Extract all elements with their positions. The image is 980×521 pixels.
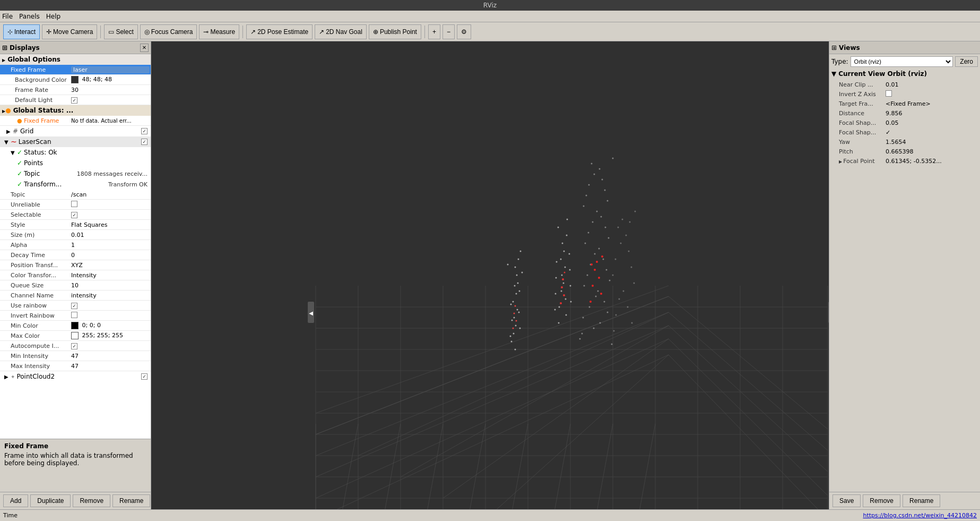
pointcloud2-icon: ✦ [11, 374, 15, 380]
focal-point-row[interactable]: Focal Point 0.61345; -0.5352... [831, 156, 978, 166]
2d-pose-button[interactable]: ↗ 2D Pose Estimate [246, 24, 313, 39]
svg-point-107 [602, 179, 603, 181]
viewport[interactable]: ◀ ▶ [151, 41, 829, 509]
views-zero-button[interactable]: Zero [955, 56, 978, 67]
displays-close-button[interactable]: ✕ [140, 44, 149, 52]
focal-shape2-row[interactable]: Focal Shap... ✓ [831, 127, 978, 137]
displays-tree[interactable]: Global Options Fixed Frame laser Backgro… [0, 54, 151, 439]
topic-row[interactable]: Topic /scan [0, 190, 151, 200]
svg-point-126 [609, 280, 611, 281]
unreliable-checkbox[interactable] [71, 201, 77, 207]
size-row[interactable]: Size (m) 0.01 [0, 230, 151, 240]
decay-time-row[interactable]: Decay Time 0 [0, 250, 151, 260]
default-light-checkbox[interactable]: ✓ [71, 97, 77, 104]
views-type-select[interactable]: Orbit (rviz) [851, 56, 953, 67]
menu-panels[interactable]: Panels [19, 13, 40, 20]
queue-size-row[interactable]: Queue Size 10 [0, 280, 151, 291]
svg-point-65 [510, 304, 512, 305]
target-frame-row[interactable]: Target Fra... <Fixed Frame> [831, 99, 978, 108]
displays-title: ⊞ Displays [2, 44, 40, 52]
2d-nav-button[interactable]: ↗ 2D Nav Goal [315, 24, 367, 39]
transform-item[interactable]: ✓ Transform... Transform OK [0, 179, 151, 190]
invert-rainbow-checkbox[interactable] [71, 312, 77, 318]
near-clip-row[interactable]: Near Clip ... 0.01 [831, 80, 978, 89]
measure-button[interactable]: ⊸ Measure [199, 24, 239, 39]
left-collapse[interactable]: ◀ [308, 302, 314, 323]
selectable-row[interactable]: Selectable ✓ [0, 210, 151, 220]
min-color-row[interactable]: Min Color 0; 0; 0 [0, 321, 151, 331]
autocompute-checkbox[interactable]: ✓ [71, 343, 77, 349]
current-view-header[interactable]: ▼ Current View Orbit (rviz) [831, 70, 978, 78]
invert-z-checkbox[interactable] [886, 90, 892, 97]
laser-scan-checkbox[interactable]: ✓ [141, 139, 148, 145]
invert-z-row[interactable]: Invert Z Axis [831, 89, 978, 99]
move-camera-button[interactable]: ✛ Move Camera [42, 24, 97, 39]
focus-camera-button[interactable]: ◎ Focus Camera [140, 24, 197, 39]
topic-value: /scan [71, 191, 150, 198]
right-collapse[interactable]: ▶ [828, 302, 829, 323]
select-icon: ▭ [108, 28, 114, 36]
duplicate-button[interactable]: Duplicate [30, 494, 71, 507]
status-ok-icon: ✓ [17, 149, 22, 156]
topic-status-item[interactable]: ✓ Topic 1808 messages receiv... [0, 168, 151, 179]
invert-rainbow-value [71, 312, 150, 320]
min-intensity-row[interactable]: Min Intensity 47 [0, 351, 151, 361]
status-url[interactable]: https://blog.csdn.net/weixin_44210842 [863, 512, 977, 519]
fixed-frame-label: Fixed Frame [2, 66, 71, 73]
position-transf-row[interactable]: Position Transf... XYZ [0, 260, 151, 270]
save-view-button[interactable]: Save [832, 494, 861, 507]
info-title: Fixed Frame [4, 442, 146, 450]
pitch-row[interactable]: Pitch 0.665398 [831, 147, 978, 156]
min-intensity-value: 47 [71, 353, 150, 360]
channel-name-row[interactable]: Channel Name intensity [0, 291, 151, 301]
publish-point-button[interactable]: ⊕ Publish Point [369, 24, 421, 39]
laser-scan-item[interactable]: ▼ ~ LaserScan ✓ [0, 136, 151, 147]
global-options-header[interactable]: Global Options [0, 54, 151, 65]
frame-rate-row[interactable]: Frame Rate 30 [0, 85, 151, 95]
status-ok-item[interactable]: ▼ ✓ Status: Ok [0, 147, 151, 158]
rename-button[interactable]: Rename [112, 494, 150, 507]
menu-help[interactable]: Help [46, 13, 60, 20]
fixed-frame-value[interactable]: laser [71, 66, 150, 73]
pointcloud2-checkbox[interactable]: ✓ [141, 373, 148, 380]
max-color-row[interactable]: Max Color 255; 255; 255 [0, 331, 151, 341]
yaw-row[interactable]: Yaw 1.5654 [831, 137, 978, 147]
selectable-checkbox[interactable]: ✓ [71, 212, 77, 218]
svg-point-130 [604, 301, 605, 303]
unreliable-row[interactable]: Unreliable [0, 200, 151, 210]
interact-button[interactable]: ⊹ Interact [3, 24, 40, 39]
color-transf-row[interactable]: Color Transfor... Intensity [0, 270, 151, 280]
focal-shape1-row[interactable]: Focal Shap... 0.05 [831, 118, 978, 127]
invert-z-label: Invert Z Axis [832, 91, 886, 98]
grid-checkbox[interactable]: ✓ [141, 128, 148, 134]
zoom-in-button[interactable]: + [428, 24, 440, 39]
default-light-row[interactable]: Default Light ✓ [0, 95, 151, 105]
add-button[interactable]: Add [3, 494, 28, 507]
remove-view-button[interactable]: Remove [863, 494, 900, 507]
style-row[interactable]: Style Flat Squares [0, 220, 151, 230]
points-item[interactable]: ✓ Points [0, 158, 151, 168]
use-rainbow-row[interactable]: Use rainbow ✓ [0, 301, 151, 311]
settings-button[interactable]: ⚙ [457, 24, 471, 39]
remove-button[interactable]: Remove [73, 494, 110, 507]
menu-file[interactable]: File [2, 13, 13, 20]
pointcloud2-item[interactable]: ▶ ✦ PointCloud2 ✓ [0, 371, 151, 382]
svg-point-127 [584, 285, 585, 287]
zoom-out-button[interactable]: − [443, 24, 455, 39]
global-status-header[interactable]: ● Global Status: ... [0, 105, 151, 116]
svg-point-116 [605, 227, 606, 228]
max-intensity-row[interactable]: Max Intensity 47 [0, 361, 151, 371]
invert-rainbow-row[interactable]: Invert Rainbow [0, 311, 151, 321]
use-rainbow-checkbox[interactable]: ✓ [71, 303, 77, 309]
svg-point-73 [515, 305, 516, 307]
autocompute-row[interactable]: Autocompute I... ✓ [0, 341, 151, 351]
grid-item[interactable]: ▶ # Grid ✓ [0, 126, 151, 136]
background-color-row[interactable]: Background Color 48; 48; 48 [0, 75, 151, 85]
fixed-frame-row[interactable]: Fixed Frame laser [0, 65, 151, 75]
distance-row[interactable]: Distance 9.856 [831, 108, 978, 118]
alpha-row[interactable]: Alpha 1 [0, 240, 151, 250]
rename-view-button[interactable]: Rename [903, 494, 940, 507]
select-button[interactable]: ▭ Select [104, 24, 137, 39]
global-status-fixed-frame-row[interactable]: ● Fixed Frame No tf data. Actual err... [0, 116, 151, 126]
svg-point-99 [562, 278, 564, 280]
